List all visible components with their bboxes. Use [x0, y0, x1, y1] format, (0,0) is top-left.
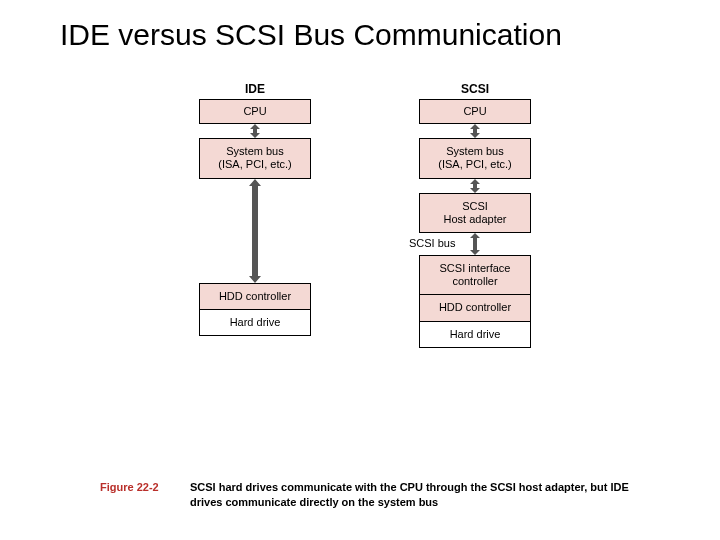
ide-header: IDE	[245, 82, 265, 96]
ide-system-bus-box: System bus (ISA, PCI, etc.)	[199, 138, 311, 178]
scsi-iface-line2: controller	[424, 275, 526, 288]
ide-column: IDE CPU System bus (ISA, PCI, etc.) HDD …	[180, 82, 330, 336]
arrow-icon	[248, 179, 262, 283]
ide-hdd-controller-box: HDD controller	[199, 283, 311, 310]
svg-marker-0	[250, 124, 260, 138]
scsi-host-adapter-line1: SCSI	[424, 200, 526, 213]
scsi-sysbus-line2: (ISA, PCI, etc.)	[424, 158, 526, 171]
svg-marker-4	[470, 233, 480, 255]
scsi-sysbus-line1: System bus	[424, 145, 526, 158]
scsi-host-adapter-line2: Host adapter	[424, 213, 526, 226]
figure-caption: Figure 22-2 SCSI hard drives communicate…	[100, 480, 660, 510]
scsi-system-bus-box: System bus (ISA, PCI, etc.)	[419, 138, 531, 178]
arrow-icon	[249, 124, 261, 138]
scsi-hard-drive-box: Hard drive	[419, 322, 531, 348]
figure-caption-text: SCSI hard drives communicate with the CP…	[190, 480, 660, 510]
arrow-icon: SCSI bus	[469, 233, 481, 255]
arrow-icon	[469, 124, 481, 138]
arrow-icon	[469, 179, 481, 193]
scsi-interface-controller-box: SCSI interface controller	[419, 255, 531, 295]
ide-sysbus-line2: (ISA, PCI, etc.)	[204, 158, 306, 171]
figure-number: Figure 22-2	[100, 480, 190, 510]
scsi-iface-line1: SCSI interface	[424, 262, 526, 275]
svg-marker-1	[249, 179, 261, 283]
svg-marker-3	[470, 179, 480, 193]
scsi-host-adapter-box: SCSI Host adapter	[419, 193, 531, 233]
ide-sysbus-line1: System bus	[204, 145, 306, 158]
scsi-bus-label: SCSI bus	[409, 237, 455, 249]
ide-cpu-box: CPU	[199, 99, 311, 124]
page-title: IDE versus SCSI Bus Communication	[0, 0, 720, 52]
ide-hard-drive-box: Hard drive	[199, 310, 311, 336]
scsi-cpu-box: CPU	[419, 99, 531, 124]
diagram-container: IDE CPU System bus (ISA, PCI, etc.) HDD …	[0, 62, 720, 492]
scsi-column: SCSI CPU System bus (ISA, PCI, etc.) SCS…	[400, 82, 550, 348]
svg-marker-2	[470, 124, 480, 138]
scsi-hdd-controller-box: HDD controller	[419, 295, 531, 321]
scsi-header: SCSI	[461, 82, 489, 96]
